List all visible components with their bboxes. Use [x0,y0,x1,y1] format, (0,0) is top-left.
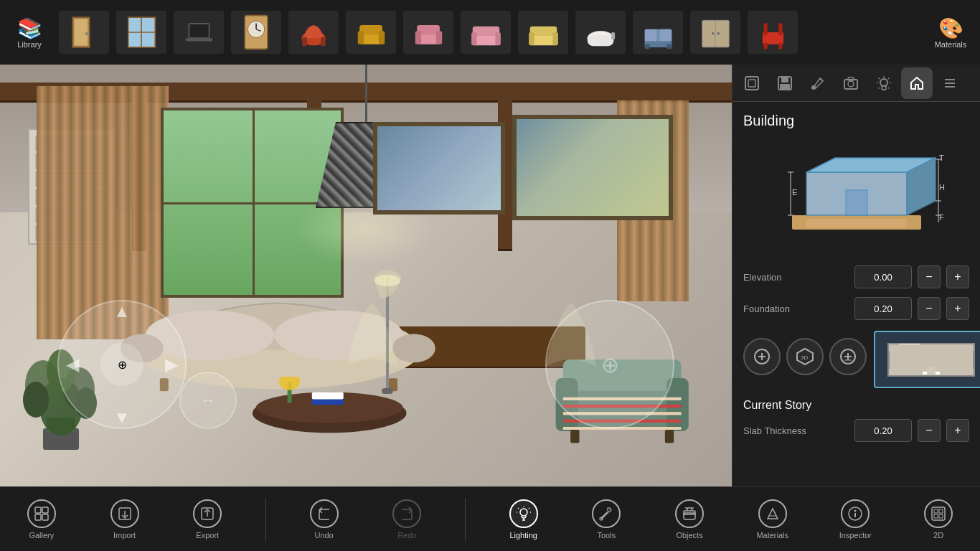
add-story-btn[interactable] [743,338,781,375]
foundation-minus-btn[interactable]: − [918,297,941,320]
orange-chair-item[interactable] [288,11,339,54]
bathtub-item[interactable] [575,11,626,54]
rotate-control[interactable]: ↔ [179,372,237,429]
door-item[interactable] [59,11,109,54]
slab-minus-btn[interactable]: − [918,419,941,442]
2d-label: 2D [933,531,943,540]
bed-item[interactable] [633,11,683,54]
svg-rect-36 [644,29,656,42]
svg-rect-37 [659,29,672,42]
svg-text:F: F [939,213,944,222]
nav-down[interactable]: ▼ [113,408,131,428]
divider-2 [465,498,466,541]
tools-icon [592,499,621,528]
objects-icon [675,499,704,528]
svg-rect-148 [42,507,48,513]
slab-thickness-row: Slab Thickness − + [743,419,969,442]
svg-rect-103 [882,86,886,90]
export-button[interactable]: Export [182,487,232,551]
clock-item[interactable] [231,11,281,54]
svg-line-159 [518,508,519,509]
nav-left[interactable]: ◀ [66,354,79,375]
svg-rect-40 [666,44,672,50]
svg-line-160 [529,508,529,509]
tab-save[interactable] [769,67,801,99]
elevation-plus-btn[interactable]: + [946,265,969,288]
redo-icon [392,499,421,528]
foundation-row: Foundation − + [743,297,969,320]
divider-1 [265,498,266,541]
slab-plus-btn[interactable]: + [946,419,969,442]
redo-button[interactable]: Redo [382,487,432,551]
export-label: Export [196,531,219,540]
pink-sofa-item[interactable] [461,11,511,54]
svg-rect-18 [357,31,363,44]
svg-rect-27 [495,32,501,45]
lighting-button[interactable]: Lighting [499,487,549,551]
svg-rect-139 [927,367,936,375]
objects-button[interactable]: Objects [664,487,715,551]
undo-icon [310,499,339,528]
svg-point-2 [85,32,88,35]
svg-rect-81 [665,430,674,443]
nav-control-left[interactable]: ▲ ◀ ⊕ ▶ ▼ [57,300,187,429]
foundation-input[interactable] [854,297,912,320]
elevation-input[interactable] [854,265,912,288]
library-button[interactable]: 📚 Library [7,9,52,56]
tab-paint[interactable] [802,67,834,99]
inspector-button[interactable]: Inspector [830,487,880,551]
nav-right-btn[interactable]: ▶ [165,354,178,375]
laptop-item[interactable] [174,11,224,54]
viewport[interactable]: ▲ ◀ ⊕ ▶ ▼ ↔ ⊕ [0,65,732,486]
svg-rect-49 [778,43,782,49]
tab-camera[interactable] [835,67,867,99]
svg-rect-48 [763,43,767,49]
pink-chair-item[interactable] [403,11,453,54]
lighting-label: Lighting [509,531,537,540]
gallery-button[interactable]: Gallery [17,487,67,551]
materials-bottom-button[interactable]: Materials [748,487,798,551]
svg-rect-149 [35,514,41,520]
window-item[interactable] [116,11,166,54]
right-panel: Building T H E F [732,65,980,486]
tools-button[interactable]: Tools [581,487,631,551]
svg-rect-96 [781,77,788,83]
cabinet-item[interactable] [690,11,740,54]
svg-rect-8 [185,38,212,41]
materials-bottom-label: Materials [756,531,788,540]
svg-text:3D: 3D [801,354,808,361]
view-3d-btn[interactable]: 3D [786,338,824,375]
2d-icon [924,499,953,528]
svg-point-69 [279,377,300,390]
import-button[interactable]: Import [100,487,150,551]
building-diagram: T H E F [743,140,969,255]
slab-thickness-label: Slab Thickness [743,425,849,436]
panel-tabs [732,65,980,102]
materials-button[interactable]: 🎨 Materials [928,9,973,56]
tab-select[interactable] [736,67,768,99]
tab-light[interactable] [868,67,900,99]
yellow-sofa-item[interactable] [518,11,568,54]
add-floor-btn[interactable] [829,338,867,375]
svg-point-155 [520,509,527,516]
svg-rect-23 [435,31,441,44]
elevation-minus-btn[interactable]: − [918,265,941,288]
2d-button[interactable]: 2D [913,487,963,551]
foundation-plus-btn[interactable]: + [946,297,969,320]
yellow-armchair-item[interactable] [346,11,396,54]
undo-button[interactable]: Undo [299,487,349,551]
red-chair-item[interactable] [748,11,798,54]
svg-rect-94 [748,80,755,87]
svg-rect-147 [35,507,41,513]
nav-control-right[interactable]: ⊕ [545,300,674,429]
tab-home[interactable] [901,67,933,99]
nav-up[interactable]: ▲ [113,301,131,321]
lighting-icon [509,499,538,528]
nav-center[interactable]: ⊕ [100,343,143,386]
import-label: Import [113,531,136,540]
slab-thickness-input[interactable] [854,419,912,442]
svg-rect-34 [611,32,615,39]
svg-rect-93 [745,77,758,90]
tab-list[interactable] [934,67,966,99]
svg-rect-47 [778,24,782,36]
